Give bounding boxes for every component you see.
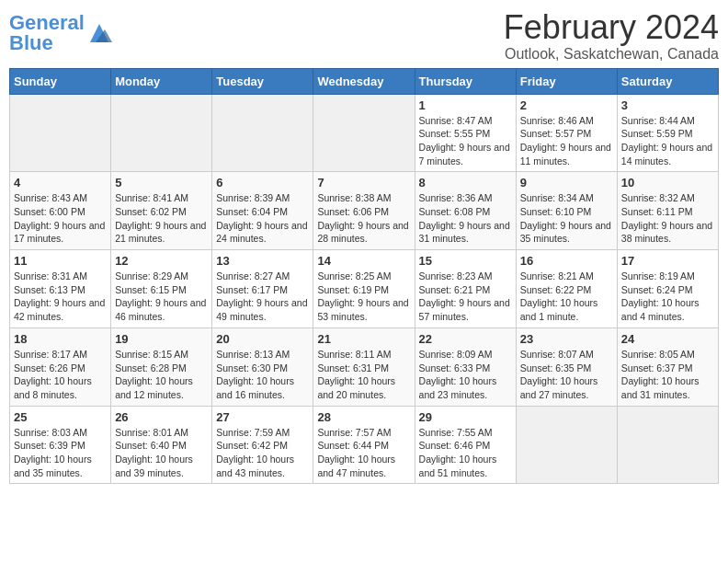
day-number: 7 (317, 176, 410, 190)
day-number: 12 (115, 254, 208, 268)
weekday-header-monday: Monday (111, 68, 212, 94)
calendar-cell (212, 94, 313, 172)
day-number: 14 (317, 254, 410, 268)
day-number: 18 (14, 332, 107, 346)
logo-icon (86, 20, 112, 46)
week-row-5: 25Sunrise: 8:03 AM Sunset: 6:39 PM Dayli… (10, 406, 719, 484)
calendar-cell: 9Sunrise: 8:34 AM Sunset: 6:10 PM Daylig… (516, 172, 617, 250)
day-info: Sunrise: 7:57 AM Sunset: 6:44 PM Dayligh… (317, 426, 410, 480)
day-number: 22 (419, 332, 512, 346)
day-info: Sunrise: 8:32 AM Sunset: 6:11 PM Dayligh… (621, 191, 714, 246)
weekday-header-wednesday: Wednesday (313, 68, 415, 94)
calendar-cell: 15Sunrise: 8:23 AM Sunset: 6:21 PM Dayli… (415, 250, 516, 328)
day-number: 28 (317, 410, 410, 424)
calendar-cell: 10Sunrise: 8:32 AM Sunset: 6:11 PM Dayli… (617, 172, 718, 250)
day-number: 19 (115, 332, 208, 346)
calendar-cell (516, 406, 617, 484)
day-number: 23 (520, 332, 613, 346)
day-info: Sunrise: 8:44 AM Sunset: 5:59 PM Dayligh… (621, 114, 714, 168)
week-row-3: 11Sunrise: 8:31 AM Sunset: 6:13 PM Dayli… (10, 250, 719, 328)
day-info: Sunrise: 8:17 AM Sunset: 6:26 PM Dayligh… (14, 348, 107, 402)
day-info: Sunrise: 8:23 AM Sunset: 6:21 PM Dayligh… (419, 270, 512, 324)
calendar-cell: 24Sunrise: 8:05 AM Sunset: 6:37 PM Dayli… (617, 327, 718, 406)
day-number: 9 (520, 176, 613, 190)
day-number: 17 (621, 254, 714, 268)
calendar-cell: 16Sunrise: 8:21 AM Sunset: 6:22 PM Dayli… (516, 250, 617, 328)
day-info: Sunrise: 8:07 AM Sunset: 6:35 PM Dayligh… (520, 348, 613, 402)
calendar-cell: 11Sunrise: 8:31 AM Sunset: 6:13 PM Dayli… (10, 250, 111, 328)
logo: General Blue (9, 13, 112, 53)
page-subtitle: Outlook, Saskatchewan, Canada (504, 46, 719, 63)
calendar-cell: 29Sunrise: 7:55 AM Sunset: 6:46 PM Dayli… (415, 406, 516, 484)
calendar-cell: 27Sunrise: 7:59 AM Sunset: 6:42 PM Dayli… (212, 406, 313, 484)
day-info: Sunrise: 8:41 AM Sunset: 6:02 PM Dayligh… (115, 191, 208, 246)
calendar-body: 1Sunrise: 8:47 AM Sunset: 5:55 PM Daylig… (10, 94, 719, 484)
day-number: 29 (419, 410, 512, 424)
weekday-header-friday: Friday (516, 68, 617, 94)
day-info: Sunrise: 8:43 AM Sunset: 6:00 PM Dayligh… (14, 191, 107, 246)
calendar-cell (617, 406, 718, 484)
day-number: 21 (317, 332, 410, 346)
day-number: 20 (216, 332, 309, 346)
day-number: 4 (14, 176, 107, 190)
week-row-4: 18Sunrise: 8:17 AM Sunset: 6:26 PM Dayli… (10, 327, 719, 406)
day-number: 11 (14, 254, 107, 268)
calendar-cell: 22Sunrise: 8:09 AM Sunset: 6:33 PM Dayli… (415, 327, 516, 406)
calendar-cell: 18Sunrise: 8:17 AM Sunset: 6:26 PM Dayli… (10, 327, 111, 406)
calendar-cell: 20Sunrise: 8:13 AM Sunset: 6:30 PM Dayli… (212, 327, 313, 406)
day-number: 8 (419, 176, 512, 190)
calendar-cell: 26Sunrise: 8:01 AM Sunset: 6:40 PM Dayli… (111, 406, 212, 484)
day-info: Sunrise: 8:09 AM Sunset: 6:33 PM Dayligh… (419, 348, 512, 402)
calendar-cell: 2Sunrise: 8:46 AM Sunset: 5:57 PM Daylig… (516, 94, 617, 172)
calendar-cell: 4Sunrise: 8:43 AM Sunset: 6:00 PM Daylig… (10, 172, 111, 250)
day-number: 26 (115, 410, 208, 424)
calendar-cell: 5Sunrise: 8:41 AM Sunset: 6:02 PM Daylig… (111, 172, 212, 250)
day-info: Sunrise: 8:31 AM Sunset: 6:13 PM Dayligh… (14, 270, 107, 324)
title-area: February 2024 Outlook, Saskatchewan, Can… (504, 9, 719, 63)
day-number: 13 (216, 254, 309, 268)
day-info: Sunrise: 8:36 AM Sunset: 6:08 PM Dayligh… (419, 191, 512, 246)
day-number: 6 (216, 176, 309, 190)
weekday-header-row: SundayMondayTuesdayWednesdayThursdayFrid… (10, 68, 719, 94)
day-info: Sunrise: 7:59 AM Sunset: 6:42 PM Dayligh… (216, 426, 309, 480)
day-number: 15 (419, 254, 512, 268)
day-info: Sunrise: 8:39 AM Sunset: 6:04 PM Dayligh… (216, 191, 309, 246)
day-number: 27 (216, 410, 309, 424)
day-number: 25 (14, 410, 107, 424)
day-info: Sunrise: 7:55 AM Sunset: 6:46 PM Dayligh… (419, 426, 512, 480)
weekday-header-thursday: Thursday (415, 68, 516, 94)
calendar-cell: 14Sunrise: 8:25 AM Sunset: 6:19 PM Dayli… (313, 250, 415, 328)
day-info: Sunrise: 8:13 AM Sunset: 6:30 PM Dayligh… (216, 348, 309, 402)
weekday-header-tuesday: Tuesday (212, 68, 313, 94)
calendar-cell: 23Sunrise: 8:07 AM Sunset: 6:35 PM Dayli… (516, 327, 617, 406)
calendar-cell (313, 94, 415, 172)
calendar-cell: 17Sunrise: 8:19 AM Sunset: 6:24 PM Dayli… (617, 250, 718, 328)
day-info: Sunrise: 8:15 AM Sunset: 6:28 PM Dayligh… (115, 348, 208, 402)
calendar-cell: 3Sunrise: 8:44 AM Sunset: 5:59 PM Daylig… (617, 94, 718, 172)
calendar-cell: 25Sunrise: 8:03 AM Sunset: 6:39 PM Dayli… (10, 406, 111, 484)
day-number: 10 (621, 176, 714, 190)
page-header: General Blue February 2024 Outlook, Sask… (9, 9, 719, 63)
day-info: Sunrise: 8:38 AM Sunset: 6:06 PM Dayligh… (317, 191, 410, 246)
day-info: Sunrise: 8:03 AM Sunset: 6:39 PM Dayligh… (14, 426, 107, 480)
day-number: 16 (520, 254, 613, 268)
weekday-header-sunday: Sunday (10, 68, 111, 94)
day-info: Sunrise: 8:19 AM Sunset: 6:24 PM Dayligh… (621, 270, 714, 324)
week-row-1: 1Sunrise: 8:47 AM Sunset: 5:55 PM Daylig… (10, 94, 719, 172)
day-number: 2 (520, 98, 613, 112)
day-info: Sunrise: 8:01 AM Sunset: 6:40 PM Dayligh… (115, 426, 208, 480)
calendar-cell: 19Sunrise: 8:15 AM Sunset: 6:28 PM Dayli… (111, 327, 212, 406)
page-title: February 2024 (504, 9, 719, 46)
calendar-cell: 7Sunrise: 8:38 AM Sunset: 6:06 PM Daylig… (313, 172, 415, 250)
calendar-cell: 13Sunrise: 8:27 AM Sunset: 6:17 PM Dayli… (212, 250, 313, 328)
calendar-cell: 1Sunrise: 8:47 AM Sunset: 5:55 PM Daylig… (415, 94, 516, 172)
logo-blue: Blue (9, 31, 53, 54)
calendar-cell (111, 94, 212, 172)
day-number: 1 (419, 98, 512, 112)
day-info: Sunrise: 8:34 AM Sunset: 6:10 PM Dayligh… (520, 191, 613, 246)
day-info: Sunrise: 8:05 AM Sunset: 6:37 PM Dayligh… (621, 348, 714, 402)
calendar-cell: 21Sunrise: 8:11 AM Sunset: 6:31 PM Dayli… (313, 327, 415, 406)
day-info: Sunrise: 8:21 AM Sunset: 6:22 PM Dayligh… (520, 270, 613, 324)
day-number: 3 (621, 98, 714, 112)
calendar-cell (10, 94, 111, 172)
